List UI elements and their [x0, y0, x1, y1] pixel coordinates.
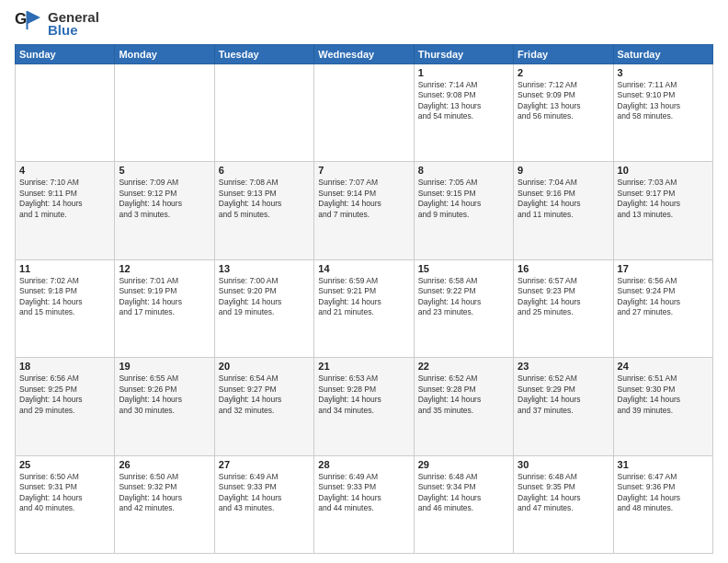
day-number: 24: [618, 361, 709, 372]
calendar-table: SundayMondayTuesdayWednesdayThursdayFrid…: [15, 44, 713, 554]
calendar-week-row: 1Sunrise: 7:14 AMSunset: 9:08 PMDaylight…: [16, 64, 713, 162]
day-number: 9: [518, 165, 609, 176]
day-info: Sunrise: 6:50 AMSunset: 9:31 PMDaylight:…: [19, 472, 110, 514]
day-number: 20: [219, 361, 310, 372]
day-number: 5: [119, 165, 210, 176]
calendar-week-row: 4Sunrise: 7:10 AMSunset: 9:11 PMDaylight…: [16, 162, 713, 259]
weekday-header-tuesday: Tuesday: [214, 45, 313, 64]
calendar-week-row: 25Sunrise: 6:50 AMSunset: 9:31 PMDayligh…: [16, 455, 713, 553]
day-info: Sunrise: 7:09 AMSunset: 9:12 PMDaylight:…: [119, 178, 210, 220]
calendar-day-cell: 3Sunrise: 7:11 AMSunset: 9:10 PMDaylight…: [613, 64, 712, 162]
calendar-day-cell: 5Sunrise: 7:09 AMSunset: 9:12 PMDaylight…: [115, 162, 214, 259]
calendar-day-cell: 14Sunrise: 6:59 AMSunset: 9:21 PMDayligh…: [314, 259, 414, 357]
calendar-day-cell: 16Sunrise: 6:57 AMSunset: 9:23 PMDayligh…: [514, 259, 613, 357]
day-number: 23: [518, 361, 609, 372]
calendar-day-cell: 6Sunrise: 7:08 AMSunset: 9:13 PMDaylight…: [214, 162, 313, 259]
day-info: Sunrise: 7:05 AMSunset: 9:15 PMDaylight:…: [418, 178, 509, 220]
weekday-header-monday: Monday: [115, 45, 214, 64]
svg-rect-2: [27, 11, 28, 29]
day-number: 6: [219, 165, 310, 176]
weekday-header-friday: Friday: [514, 45, 613, 64]
day-info: Sunrise: 6:48 AMSunset: 9:35 PMDaylight:…: [518, 472, 609, 514]
weekday-header-saturday: Saturday: [613, 45, 712, 64]
weekday-header-sunday: Sunday: [16, 45, 115, 64]
calendar-day-cell: 21Sunrise: 6:53 AMSunset: 9:28 PMDayligh…: [314, 358, 414, 455]
calendar-day-cell: 10Sunrise: 7:03 AMSunset: 9:17 PMDayligh…: [613, 162, 712, 259]
calendar-day-cell: 19Sunrise: 6:55 AMSunset: 9:26 PMDayligh…: [115, 358, 214, 455]
day-info: Sunrise: 7:00 AMSunset: 9:20 PMDaylight:…: [219, 276, 310, 318]
day-number: 10: [618, 165, 709, 176]
day-info: Sunrise: 6:55 AMSunset: 9:26 PMDaylight:…: [119, 373, 210, 416]
calendar-day-cell: 7Sunrise: 7:07 AMSunset: 9:14 PMDaylight…: [314, 162, 414, 259]
calendar-day-cell: 30Sunrise: 6:48 AMSunset: 9:35 PMDayligh…: [514, 455, 613, 553]
weekday-header-wednesday: Wednesday: [314, 45, 414, 64]
calendar-day-cell: 31Sunrise: 6:47 AMSunset: 9:36 PMDayligh…: [613, 455, 712, 553]
day-info: Sunrise: 7:07 AMSunset: 9:14 PMDaylight:…: [318, 178, 409, 220]
day-number: 14: [318, 263, 409, 274]
day-info: Sunrise: 6:54 AMSunset: 9:27 PMDaylight:…: [219, 373, 310, 416]
day-info: Sunrise: 6:56 AMSunset: 9:24 PMDaylight:…: [618, 276, 709, 318]
day-info: Sunrise: 7:12 AMSunset: 9:09 PMDaylight:…: [518, 80, 609, 122]
day-info: Sunrise: 6:58 AMSunset: 9:22 PMDaylight:…: [418, 276, 509, 318]
day-number: 11: [19, 263, 110, 274]
day-number: 18: [19, 361, 110, 372]
day-number: 3: [618, 67, 709, 78]
weekday-header-row: SundayMondayTuesdayWednesdayThursdayFrid…: [16, 45, 713, 64]
svg-marker-1: [28, 11, 40, 24]
day-info: Sunrise: 6:59 AMSunset: 9:21 PMDaylight:…: [318, 276, 409, 318]
calendar-day-cell: 1Sunrise: 7:14 AMSunset: 9:08 PMDaylight…: [414, 64, 513, 162]
logo: G General Blue: [15, 9, 99, 39]
day-info: Sunrise: 7:01 AMSunset: 9:19 PMDaylight:…: [119, 276, 210, 318]
calendar-day-cell: 9Sunrise: 7:04 AMSunset: 9:16 PMDaylight…: [514, 162, 613, 259]
calendar-day-cell: 8Sunrise: 7:05 AMSunset: 9:15 PMDaylight…: [414, 162, 513, 259]
day-info: Sunrise: 6:48 AMSunset: 9:34 PMDaylight:…: [418, 472, 509, 514]
calendar-day-cell: 26Sunrise: 6:50 AMSunset: 9:32 PMDayligh…: [115, 455, 214, 553]
day-number: 22: [418, 361, 509, 372]
svg-text:G: G: [15, 10, 27, 28]
calendar-day-cell: 12Sunrise: 7:01 AMSunset: 9:19 PMDayligh…: [115, 259, 214, 357]
calendar-day-cell: 27Sunrise: 6:49 AMSunset: 9:33 PMDayligh…: [214, 455, 313, 553]
day-number: 28: [318, 459, 409, 470]
day-number: 7: [318, 165, 409, 176]
day-number: 29: [418, 459, 509, 470]
empty-cell: [115, 64, 214, 162]
day-number: 21: [318, 361, 409, 372]
day-info: Sunrise: 6:51 AMSunset: 9:30 PMDaylight:…: [618, 373, 709, 416]
day-info: Sunrise: 7:08 AMSunset: 9:13 PMDaylight:…: [219, 178, 310, 220]
day-number: 15: [418, 263, 509, 274]
day-number: 17: [618, 263, 709, 274]
calendar-day-cell: 13Sunrise: 7:00 AMSunset: 9:20 PMDayligh…: [214, 259, 313, 357]
day-info: Sunrise: 6:57 AMSunset: 9:23 PMDaylight:…: [518, 276, 609, 318]
calendar-day-cell: 17Sunrise: 6:56 AMSunset: 9:24 PMDayligh…: [613, 259, 712, 357]
day-number: 12: [119, 263, 210, 274]
day-info: Sunrise: 6:52 AMSunset: 9:28 PMDaylight:…: [418, 373, 509, 416]
day-number: 30: [518, 459, 609, 470]
day-number: 27: [219, 459, 310, 470]
calendar-week-row: 18Sunrise: 6:56 AMSunset: 9:25 PMDayligh…: [16, 358, 713, 455]
calendar-day-cell: 29Sunrise: 6:48 AMSunset: 9:34 PMDayligh…: [414, 455, 513, 553]
day-number: 1: [418, 67, 509, 78]
calendar-day-cell: 28Sunrise: 6:49 AMSunset: 9:33 PMDayligh…: [314, 455, 414, 553]
day-info: Sunrise: 6:53 AMSunset: 9:28 PMDaylight:…: [318, 373, 409, 416]
calendar-day-cell: 2Sunrise: 7:12 AMSunset: 9:09 PMDaylight…: [514, 64, 613, 162]
day-info: Sunrise: 6:52 AMSunset: 9:29 PMDaylight:…: [518, 373, 609, 416]
day-number: 31: [618, 459, 709, 470]
calendar-day-cell: 20Sunrise: 6:54 AMSunset: 9:27 PMDayligh…: [214, 358, 313, 455]
day-number: 26: [119, 459, 210, 470]
day-info: Sunrise: 6:49 AMSunset: 9:33 PMDaylight:…: [318, 472, 409, 514]
calendar-day-cell: 22Sunrise: 6:52 AMSunset: 9:28 PMDayligh…: [414, 358, 513, 455]
calendar-day-cell: 23Sunrise: 6:52 AMSunset: 9:29 PMDayligh…: [514, 358, 613, 455]
empty-cell: [214, 64, 313, 162]
calendar-day-cell: 11Sunrise: 7:02 AMSunset: 9:18 PMDayligh…: [16, 259, 115, 357]
day-info: Sunrise: 6:56 AMSunset: 9:25 PMDaylight:…: [19, 373, 110, 416]
page: G General Blue SundayMondayTuesdayWednes…: [0, 0, 728, 563]
calendar-day-cell: 18Sunrise: 6:56 AMSunset: 9:25 PMDayligh…: [16, 358, 115, 455]
calendar-day-cell: 25Sunrise: 6:50 AMSunset: 9:31 PMDayligh…: [16, 455, 115, 553]
day-info: Sunrise: 7:04 AMSunset: 9:16 PMDaylight:…: [518, 178, 609, 220]
day-number: 4: [19, 165, 110, 176]
empty-cell: [314, 64, 414, 162]
logo-blue: Blue: [48, 23, 99, 39]
day-info: Sunrise: 7:02 AMSunset: 9:18 PMDaylight:…: [19, 276, 110, 318]
generalblue-logo-icon: G: [15, 9, 44, 39]
day-number: 13: [219, 263, 310, 274]
